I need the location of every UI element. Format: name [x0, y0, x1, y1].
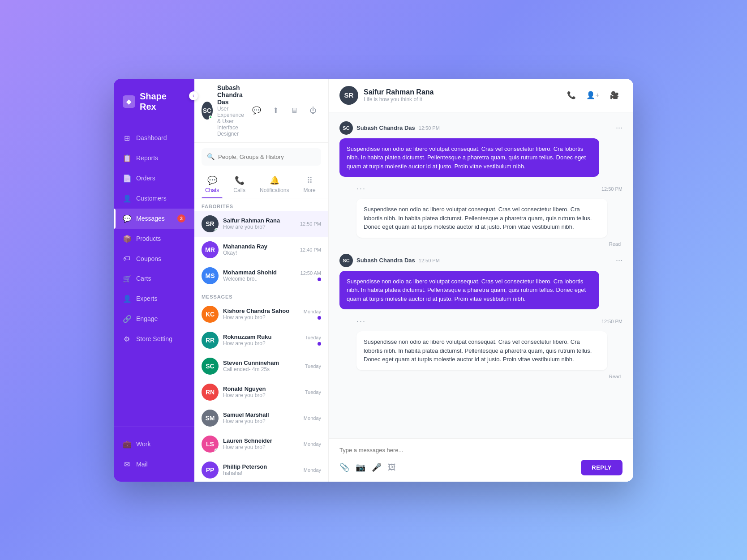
contact-name-steven: Steven Cunnineham	[223, 359, 301, 366]
sidebar-item-customers[interactable]: 👤 Customers	[114, 188, 194, 209]
msg-bubble-4: Suspendisse non odio ac libero volutpat …	[356, 331, 607, 370]
video-button[interactable]: 🎥	[606, 87, 622, 103]
contact-avatar-samuel: SM	[202, 410, 219, 427]
contact-lauren[interactable]: LS Lauren Schneider How are you bro? Mon…	[194, 431, 328, 457]
messages-icon: 💬	[123, 214, 131, 223]
contact-ronald[interactable]: RN Ronald Nguyen How are you bro? Tueday	[194, 379, 328, 405]
sidebar-item-work[interactable]: 💼 Work	[114, 434, 194, 454]
contact-steven[interactable]: SC Steven Cunnineham Call ended- 4m 25s …	[194, 353, 328, 379]
contact-time-saifur: 12:50 PM	[300, 221, 321, 227]
sidebar-item-engage[interactable]: 🔗 Engage	[114, 309, 194, 329]
contact-info-kishore: Kishore Chandra Sahoo How are you bro?	[223, 308, 299, 321]
contact-msg-mahananda: Okay!	[223, 250, 296, 256]
contact-info-roknuzzam: Roknuzzam Ruku How are you bro?	[223, 333, 301, 346]
sidebar-item-orders[interactable]: 📄 Orders	[114, 168, 194, 188]
sidebar-label-messages: Messages	[136, 215, 165, 222]
tab-notifications[interactable]: 🔔 Notifications	[256, 171, 292, 198]
sidebar-item-dashboard[interactable]: ⊞ Dashboard	[114, 128, 194, 148]
sidebar-nav: ⊞ Dashboard 📋 Reports 📄 Orders 👤 Custome…	[114, 124, 194, 427]
contact-avatar-saifur: SR	[202, 215, 219, 232]
sidebar-item-mail[interactable]: ✉ Mail	[114, 454, 194, 475]
sidebar-label-experts: Experts	[136, 295, 157, 302]
sidebar: ◆ Shape Rex ⊞ Dashboard 📋 Reports 📄 Orde…	[114, 79, 194, 482]
contact-name-mahananda: Mahananda Ray	[223, 243, 296, 250]
message-input[interactable]	[339, 445, 622, 455]
contact-msg-steven: Call ended- 4m 25s	[223, 366, 301, 372]
middle-panel: SC Subash Chandra Das User Experience & …	[194, 79, 329, 482]
sidebar-item-messages[interactable]: 💬 Messages 3	[114, 209, 194, 229]
sidebar-label-work: Work	[136, 440, 150, 448]
chat-messages: SC Subash Chandra Das 12:50 PM ··· Suspe…	[329, 112, 633, 438]
sidebar-bottom: 💼 Work ✉ Mail	[114, 427, 194, 482]
image-icon[interactable]: 🖼	[388, 463, 396, 472]
tab-chats[interactable]: 💬 Chats	[202, 171, 223, 198]
profile-name: Subash Chandra Das	[217, 84, 244, 106]
sidebar-item-experts[interactable]: 👤 Experts	[114, 289, 194, 309]
add-person-button[interactable]: 👤+	[585, 87, 601, 103]
sidebar-label-products: Products	[136, 235, 161, 242]
input-icon-row: 📎 📷 🎤 🖼 REPLY	[339, 460, 622, 475]
contact-info-mahananda: Mahananda Ray Okay!	[223, 243, 296, 256]
msg-avatar-3: SC	[339, 254, 353, 267]
contact-avatar-phillip: PP	[202, 462, 219, 479]
reports-icon: 📋	[123, 154, 131, 162]
call-button[interactable]: 📞	[563, 87, 580, 103]
message-group-4: ··· 12:50 PM Suspendisse non odio ac lib…	[339, 316, 622, 379]
contact-samuel[interactable]: SM Samuel Marshall How are you bro? Mond…	[194, 405, 328, 431]
contact-name-lauren: Lauren Schneider	[223, 437, 299, 444]
contact-name-phillip: Phillip Peterson	[223, 463, 299, 470]
tab-calls[interactable]: 📞 Calls	[230, 171, 249, 198]
contact-mohammad[interactable]: MS Mohammad Shohid Welcome bro.. 12:50 A…	[194, 263, 328, 289]
chats-tab-label: Chats	[205, 187, 219, 193]
chat-input-area: 📎 📷 🎤 🖼 REPLY	[329, 438, 633, 482]
contact-mahananda[interactable]: MR Mahananda Ray Okay! 12:40 PM	[194, 237, 328, 263]
contact-msg-mohammad: Welcome bro..	[223, 276, 296, 282]
attachment-icon[interactable]: 📎	[339, 462, 349, 472]
tab-more[interactable]: ⠿ More	[300, 171, 319, 198]
contact-info-mohammad: Mohammad Shohid Welcome bro..	[223, 269, 296, 282]
header-upload-icon[interactable]: ⬆	[267, 103, 283, 119]
store-setting-icon: ⚙	[123, 335, 131, 343]
contact-roknuzzam[interactable]: RR Roknuzzam Ruku How are you bro? Tueda…	[194, 327, 328, 353]
contact-kishore[interactable]: KC Kishore Chandra Sahoo How are you bro…	[194, 301, 328, 327]
dots-row-1: ··· 12:50 PM	[339, 184, 622, 195]
coupons-icon: 🏷	[123, 255, 131, 263]
chat-header-avatar: SR	[339, 86, 358, 105]
contact-meta-roknuzzam: Tueday	[305, 335, 321, 346]
unread-dot-roknuzzam	[318, 342, 321, 346]
dashboard-icon: ⊞	[123, 134, 131, 142]
header-chat-icon[interactable]: 💬	[249, 103, 265, 119]
header-power-icon[interactable]: ⏻	[305, 103, 321, 119]
contact-phillip[interactable]: PP Phillip Peterson hahaha! Monday	[194, 457, 328, 482]
chat-header-info: Saifur Rahman Rana Life is how you think…	[364, 88, 558, 103]
contact-name-ronald: Ronald Nguyen	[223, 385, 301, 392]
work-icon: 💼	[123, 440, 131, 449]
contact-avatar-mahananda: MR	[202, 241, 219, 258]
contact-saifur[interactable]: SR Saifur Rahman Rana How are you bro? 1…	[194, 211, 328, 237]
saifur-online-dot	[215, 228, 218, 232]
profile-avatar[interactable]: SC	[202, 102, 213, 120]
contact-avatar-mohammad: MS	[202, 267, 219, 284]
camera-icon[interactable]: 📷	[356, 462, 365, 472]
app-logo[interactable]: ◆ Shape Rex	[114, 79, 194, 124]
sidebar-item-products[interactable]: 📦 Products	[114, 229, 194, 249]
message-group-2: ··· 12:50 PM Suspendisse non odio ac lib…	[339, 184, 622, 247]
contact-info-lauren: Lauren Schneider How are you bro?	[223, 437, 299, 450]
unread-dot-mohammad	[318, 278, 321, 281]
contact-info-steven: Steven Cunnineham Call ended- 4m 25s	[223, 359, 301, 372]
msg-more-btn-1[interactable]: ···	[616, 123, 622, 133]
msg-more-btn-3[interactable]: ···	[616, 256, 622, 265]
engage-icon: 🔗	[123, 315, 131, 323]
sidebar-item-reports[interactable]: 📋 Reports	[114, 148, 194, 168]
mic-icon[interactable]: 🎤	[372, 462, 382, 472]
search-input[interactable]	[218, 152, 316, 162]
contact-name-roknuzzam: Roknuzzam Ruku	[223, 333, 301, 340]
sidebar-item-carts[interactable]: 🛒 Carts	[114, 269, 194, 289]
sidebar-item-store-setting[interactable]: ⚙ Store Setting	[114, 329, 194, 349]
sidebar-collapse-button[interactable]: ‹	[189, 91, 198, 100]
sidebar-item-coupons[interactable]: 🏷 Coupons	[114, 249, 194, 269]
header-monitor-icon[interactable]: 🖥	[286, 103, 302, 119]
search-bar[interactable]: 🔍	[202, 148, 321, 166]
contact-info-saifur: Saifur Rahman Rana How are you bro?	[223, 217, 296, 230]
reply-button[interactable]: REPLY	[581, 460, 622, 475]
